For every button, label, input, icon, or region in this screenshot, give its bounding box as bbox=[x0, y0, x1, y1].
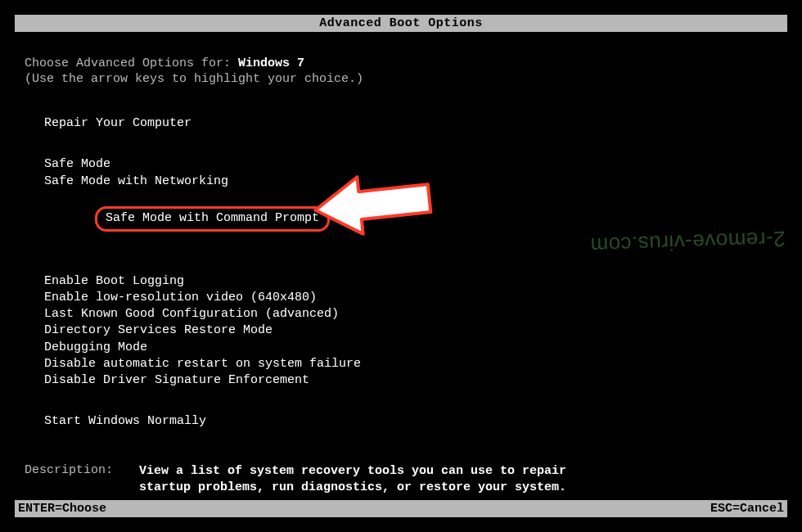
menu-item-last-known-good[interactable]: Last Known Good Configuration (advanced) bbox=[44, 306, 777, 322]
os-name: Windows 7 bbox=[238, 56, 304, 70]
menu-item-safe-mode-cmd-prompt-label: Safe Mode with Command Prompt bbox=[106, 211, 319, 225]
prompt-line: Choose Advanced Options for: Windows 7 bbox=[25, 56, 777, 70]
content-area: Choose Advanced Options for: Windows 7 (… bbox=[0, 32, 802, 496]
footer-enter-label: ENTER=Choose bbox=[18, 502, 106, 516]
description-text: View a list of system recovery tools you… bbox=[139, 463, 597, 497]
title-text: Advanced Boot Options bbox=[319, 16, 483, 30]
title-bar: Advanced Boot Options bbox=[15, 15, 787, 32]
menu-item-debugging-mode[interactable]: Debugging Mode bbox=[44, 340, 777, 356]
prompt-prefix: Choose Advanced Options for: bbox=[25, 56, 238, 70]
description-label: Description: bbox=[25, 463, 139, 497]
menu-item-disable-driver-sig[interactable]: Disable Driver Signature Enforcement bbox=[44, 372, 777, 389]
menu-group-normal: Start Windows Normally bbox=[44, 413, 777, 430]
menu-item-enable-boot-logging[interactable]: Enable Boot Logging bbox=[44, 273, 777, 290]
footer-esc-label: ESC=Cancel bbox=[710, 502, 784, 516]
footer-bar: ENTER=Choose ESC=Cancel bbox=[15, 500, 787, 517]
menu-item-repair-computer[interactable]: Repair Your Computer bbox=[44, 115, 777, 132]
menu-item-ds-restore-mode[interactable]: Directory Services Restore Mode bbox=[44, 322, 777, 339]
boot-menu[interactable]: Repair Your Computer Safe Mode Safe Mode… bbox=[44, 115, 777, 431]
arrow-left-icon bbox=[299, 168, 438, 241]
hint-text: (Use the arrow keys to highlight your ch… bbox=[25, 72, 777, 86]
highlight-box: Safe Mode with Command Prompt bbox=[95, 206, 330, 232]
arrow-annotation bbox=[299, 168, 438, 241]
menu-item-low-res-video[interactable]: Enable low-resolution video (640x480) bbox=[44, 290, 777, 306]
description-row: Description: View a list of system recov… bbox=[25, 463, 777, 497]
menu-group-repair: Repair Your Computer bbox=[44, 115, 777, 132]
menu-item-start-normally[interactable]: Start Windows Normally bbox=[44, 413, 777, 430]
menu-group-advanced: Enable Boot Logging Enable low-resolutio… bbox=[44, 273, 777, 390]
menu-item-disable-auto-restart[interactable]: Disable automatic restart on system fail… bbox=[44, 356, 777, 372]
